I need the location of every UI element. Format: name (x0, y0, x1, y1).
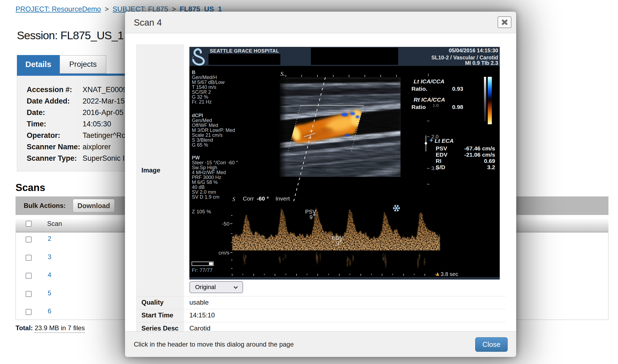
svg-text:Steer -15 °/Corr -60 °: Steer -15 °/Corr -60 ° (192, 160, 238, 165)
svg-text:Off/WF Med: Off/WF Med (192, 123, 218, 128)
svg-text:40 dB: 40 dB (192, 184, 205, 190)
svg-text:+: + (339, 238, 343, 244)
svg-text:Fr: 77/77: Fr: 77/77 (192, 267, 213, 273)
svg-text:0.69: 0.69 (484, 158, 495, 164)
svg-text:SC/SR 2: SC/SR 2 (192, 89, 211, 95)
svg-text:Scale 21 cm/s: Scale 21 cm/s (192, 132, 223, 138)
svg-text:SL10-2 / Vascular / Carotid: SL10-2 / Vascular / Carotid (431, 54, 498, 60)
svg-text:9: 9 (336, 240, 339, 246)
svg-text:Lt ECA: Lt ECA (435, 138, 454, 144)
svg-text:S 3/Blend: S 3/Blend (192, 137, 213, 143)
svg-text:M 5/67 dB/Low: M 5/67 dB/Low (192, 80, 225, 85)
svg-text:B: B (192, 70, 195, 75)
svg-text:3.2: 3.2 (487, 164, 495, 170)
svg-text:Rt ICA/CCA: Rt ICA/CCA (414, 96, 445, 103)
svg-text:Gen/Med/H: Gen/Med/H (192, 75, 217, 80)
svg-text:PSV: PSV (436, 145, 447, 151)
svg-text:-67.46 cm/s: -67.46 cm/s (464, 145, 495, 151)
svg-text:Fr. 21 Hz: Fr. 21 Hz (192, 99, 212, 105)
svg-text:dCPI: dCPI (192, 113, 203, 118)
svg-text:M 6/G 58 %: M 6/G 58 % (192, 180, 218, 185)
svg-text:SV D 1.9 cm: SV D 1.9 cm (192, 194, 219, 200)
svg-text:-60 °: -60 ° (257, 195, 269, 202)
svg-text:9: 9 (310, 214, 313, 220)
svg-text:3.8 sec: 3.8 sec (441, 271, 458, 277)
svg-text:Invert: Invert (275, 195, 290, 202)
svg-text:+: + (313, 212, 316, 218)
svg-text:T 1540 m/s: T 1540 m/s (192, 84, 216, 90)
svg-text:PW: PW (192, 155, 200, 160)
svg-text:Gen/Med: Gen/Med (192, 118, 212, 123)
svg-text:S/D: S/D (436, 164, 445, 170)
svg-text:G 32 %: G 32 % (192, 94, 208, 100)
svg-text:PRF 3000 Hz: PRF 3000 Hz (192, 175, 221, 180)
svg-text:SEATTLE GRACE HOSPITAL: SEATTLE GRACE HOSPITAL (210, 48, 279, 54)
svg-text:M 3/DR Low/P. Med: M 3/DR Low/P. Med (192, 128, 235, 133)
svg-text:05/04/2016 14:15:30: 05/04/2016 14:15:30 (449, 47, 498, 53)
svg-text:+: + (429, 137, 433, 144)
svg-text:RI: RI (436, 158, 441, 164)
svg-text:-21.06 cm/s: -21.06 cm/s (464, 151, 495, 158)
svg-text:Lt ICA/CCA: Lt ICA/CCA (414, 78, 444, 84)
svg-text:cm/s: cm/s (219, 250, 229, 256)
svg-text:Sw.Sp High: Sw.Sp High (192, 165, 217, 170)
svg-text:S: S (232, 196, 235, 202)
svg-text:0.93: 0.93 (452, 86, 463, 92)
svg-text:Z 105 %: Z 105 % (192, 209, 211, 214)
svg-text:EDV: EDV (436, 151, 447, 158)
svg-text:Corr: Corr (243, 195, 254, 202)
svg-text:Ratio.: Ratio. (411, 86, 427, 92)
svg-text:-50: -50 (222, 221, 229, 227)
svg-text:SV 2.0 mm: SV 2.0 mm (192, 189, 216, 195)
svg-text:MI 0.9 TIb 2.3: MI 0.9 TIb 2.3 (465, 60, 498, 66)
svg-text:1.0: 1.0 (433, 103, 439, 108)
svg-text:S.: S. (280, 70, 285, 77)
svg-text:0.98: 0.98 (452, 104, 463, 110)
svg-text:G 65 %: G 65 % (192, 142, 208, 148)
svg-text:Ratio: Ratio (411, 104, 426, 110)
svg-text:4 MHz/WF Med: 4 MHz/WF Med (192, 170, 226, 175)
